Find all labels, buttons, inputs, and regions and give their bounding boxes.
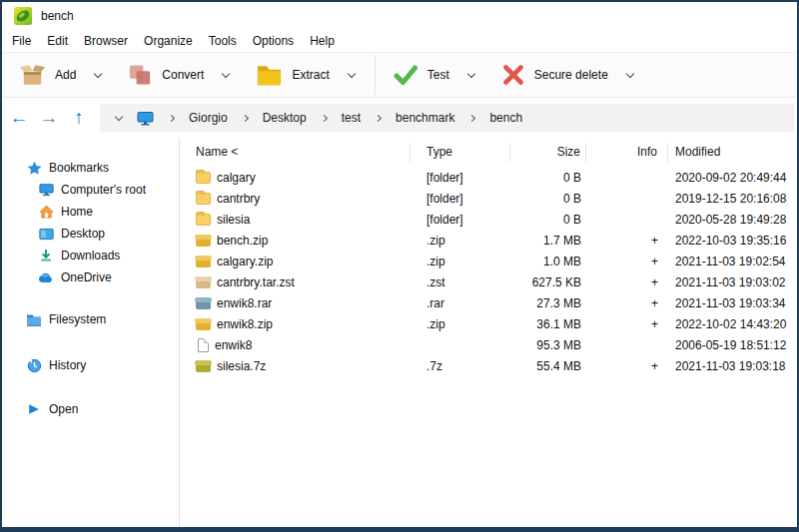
column-header-type[interactable]: Type <box>410 143 510 162</box>
menu-file[interactable]: File <box>4 31 39 51</box>
file-type: .rar <box>410 296 510 310</box>
file-info: + <box>586 234 668 248</box>
up-button[interactable]: ↑ <box>64 103 94 133</box>
extract-folder-icon <box>256 64 283 86</box>
file-modified: 2020-09-02 20:49:44 <box>668 171 797 185</box>
main-area: Bookmarks Computer's root Home Desktop <box>2 138 797 527</box>
file-size: 1.0 MB <box>510 255 586 268</box>
forward-arrow-icon: → <box>40 107 59 129</box>
forward-button[interactable]: → <box>34 103 64 133</box>
extract-dropdown[interactable] <box>339 56 365 94</box>
secure-delete-button-label: Secure delete <box>534 68 608 82</box>
download-icon <box>38 248 54 264</box>
folder-icon <box>196 172 211 184</box>
archive-icon <box>196 318 211 330</box>
column-header-name[interactable]: Name < <box>180 143 410 162</box>
sidebar-item-downloads[interactable]: Downloads <box>2 245 179 266</box>
address-dropdown[interactable] <box>108 117 130 120</box>
toolbar-divider <box>375 55 376 95</box>
desktop-icon <box>38 226 54 242</box>
file-info: + <box>586 317 668 331</box>
file-name: calgary <box>217 171 256 185</box>
table-row[interactable]: calgary.zip .zip 1.0 MB + 2021-11-03 19:… <box>180 251 797 271</box>
back-button[interactable]: ← <box>4 103 34 133</box>
add-button[interactable]: Add <box>10 56 85 94</box>
chevron-down-icon <box>94 69 102 77</box>
test-dropdown[interactable] <box>458 56 484 94</box>
column-header-size[interactable]: Size <box>510 143 586 162</box>
breadcrumb-item-benchmark[interactable]: benchmark <box>390 107 460 129</box>
test-button-label: Test <box>427 68 449 82</box>
sidebar-item-label: Downloads <box>61 249 120 263</box>
navigation-bar: ← → ↑ Giorgio Desktop test benchmark ben… <box>2 98 797 138</box>
convert-button[interactable]: Convert <box>119 56 213 94</box>
extract-button[interactable]: Extract <box>247 56 338 94</box>
breadcrumb-item-test[interactable]: test <box>336 107 367 129</box>
table-row[interactable]: calgary [folder] 0 B 2020-09-02 20:49:44 <box>180 167 797 188</box>
sidebar-item-history[interactable]: History <box>2 354 179 376</box>
file-type: .zip <box>410 234 510 248</box>
computer-icon <box>38 182 54 198</box>
sidebar-item-computers-root[interactable]: Computer's root <box>2 179 179 201</box>
extract-button-label: Extract <box>292 68 329 82</box>
table-row[interactable]: enwik8.zip .zip 36.1 MB + 2022-10-02 14:… <box>180 313 797 334</box>
sidebar-item-bookmarks[interactable]: Bookmarks <box>2 157 179 179</box>
menu-tools[interactable]: Tools <box>201 31 245 51</box>
menu-browser[interactable]: Browser <box>76 31 136 51</box>
sidebar-item-open[interactable]: Open <box>2 398 179 420</box>
file-modified: 2021-11-03 19:03:34 <box>668 296 797 310</box>
secure-delete-dropdown[interactable] <box>617 56 643 94</box>
table-row[interactable]: enwik8 95.3 MB 2006-05-19 18:51:12 <box>180 334 797 355</box>
sidebar-item-desktop[interactable]: Desktop <box>2 223 179 245</box>
file-modified: 2021-11-03 19:02:54 <box>668 255 797 268</box>
menu-edit[interactable]: Edit <box>39 31 76 51</box>
file-type: .zip <box>410 317 510 331</box>
breadcrumb-item-bench[interactable]: bench <box>483 107 528 129</box>
file-type: .zst <box>410 275 510 289</box>
cloud-icon <box>38 269 54 285</box>
breadcrumb-item-desktop[interactable]: Desktop <box>257 107 313 129</box>
file-size: 1.7 MB <box>510 234 586 248</box>
convert-dropdown[interactable] <box>213 56 239 94</box>
sidebar-item-label: Bookmarks <box>49 161 109 175</box>
sidebar-item-onedrive[interactable]: OneDrive <box>2 266 179 288</box>
secure-delete-button[interactable]: Secure delete <box>492 56 617 94</box>
menu-help[interactable]: Help <box>302 31 343 51</box>
sidebar-item-home[interactable]: Home <box>2 201 179 223</box>
file-modified: 2022-10-02 14:43:20 <box>668 317 797 331</box>
sidebar: Bookmarks Computer's root Home Desktop <box>2 138 180 527</box>
table-row[interactable]: silesia.7z .7z 55.4 MB + 2021-11-03 19:0… <box>180 355 797 376</box>
file-modified: 2019-12-15 20:16:08 <box>668 192 797 206</box>
chevron-right-icon <box>375 114 382 121</box>
table-row[interactable]: enwik8.rar .rar 27.3 MB + 2021-11-03 19:… <box>180 292 797 313</box>
file-type: [folder] <box>410 192 510 206</box>
up-arrow-icon: ↑ <box>74 107 84 129</box>
table-row[interactable]: bench.zip .zip 1.7 MB + 2022-10-03 19:35… <box>180 230 797 251</box>
file-info: + <box>586 296 668 310</box>
file-name: cantrbry.tar.zst <box>217 275 295 289</box>
breadcrumb-computer[interactable] <box>134 111 156 126</box>
table-row[interactable]: cantrbry [folder] 0 B 2019-12-15 20:16:0… <box>180 188 797 209</box>
menu-organize[interactable]: Organize <box>136 31 201 51</box>
play-triangle-icon <box>26 401 42 417</box>
menu-options[interactable]: Options <box>245 31 302 51</box>
breadcrumb: Giorgio Desktop test benchmark bench <box>100 104 794 132</box>
sidebar-item-filesystem[interactable]: Filesystem <box>2 308 179 330</box>
file-name: enwik8.zip <box>217 317 273 331</box>
column-header-modified[interactable]: Modified <box>668 143 797 162</box>
column-header-info[interactable]: Info <box>586 143 668 162</box>
title-bar: bench <box>2 2 797 30</box>
breadcrumb-item-giorgio[interactable]: Giorgio <box>183 107 234 129</box>
file-name: calgary.zip <box>217 255 273 268</box>
add-dropdown[interactable] <box>85 56 111 94</box>
add-button-label: Add <box>55 68 76 82</box>
convert-button-label: Convert <box>162 68 204 82</box>
file-size: 0 B <box>510 213 586 227</box>
test-button[interactable]: Test <box>384 56 458 94</box>
sidebar-item-label: Filesystem <box>49 312 106 326</box>
table-row[interactable]: silesia [folder] 0 B 2020-05-28 19:49:28 <box>180 209 797 230</box>
computer-icon <box>137 111 154 126</box>
chevron-right-icon <box>321 114 328 121</box>
file-list: Name < Type Size Info Modified calgary [… <box>180 138 797 527</box>
table-row[interactable]: cantrbry.tar.zst .zst 627.5 KB + 2021-11… <box>180 271 797 292</box>
